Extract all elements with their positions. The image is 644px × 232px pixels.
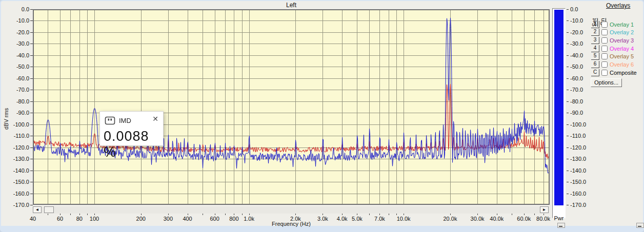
y-tick-mark <box>30 124 33 125</box>
overlay-row-2: 2Overlay 2 <box>591 29 634 36</box>
y-tick-mark <box>30 113 33 113</box>
overlay-on-checkbox-5[interactable] <box>601 53 608 59</box>
y-tick-label: -60.0 <box>4 75 29 81</box>
y-tick-mark <box>567 205 569 205</box>
y-tick-label: -170.0 <box>570 202 594 208</box>
y-tick-label: -100.0 <box>570 121 594 128</box>
y-tick-label: -120.0 <box>4 144 29 151</box>
overlay-set-button-2[interactable]: 2 <box>591 29 599 36</box>
y-tick-mark <box>30 44 33 44</box>
spectrum-canvas[interactable] <box>33 9 550 205</box>
power-meter-label: Pwr <box>552 215 566 221</box>
spectrum-panel: Left dBV rms 0.0-10.0-20.0-30.0-40.0-50.… <box>1 1 643 226</box>
y-tick-mark <box>567 113 569 113</box>
y-tick-mark <box>30 147 33 148</box>
y-tick-label: -90.0 <box>4 110 29 116</box>
y-axis-label: dBV rms <box>3 87 9 151</box>
overlay-row-6: 6Overlay 6 <box>591 61 634 69</box>
y-tick-mark <box>30 136 33 136</box>
y-tick-mark <box>30 171 33 171</box>
y-tick-mark <box>567 9 569 10</box>
y-tick-label: -150.0 <box>570 179 594 185</box>
y-tick-label: -20.0 <box>4 29 29 35</box>
overlay-on-checkbox-1[interactable] <box>601 22 608 28</box>
y-tick-label: -40.0 <box>570 52 594 58</box>
y-tick-label: -50.0 <box>570 64 594 70</box>
close-icon[interactable]: ✕ <box>152 115 158 122</box>
pin-icon[interactable] <box>105 116 115 125</box>
y-tick-mark <box>567 194 569 194</box>
y-tick-mark <box>30 9 33 10</box>
imd-popup-header: IMD <box>105 116 131 125</box>
y-tick-mark <box>567 124 569 125</box>
y-tick-label: -10.0 <box>570 17 594 24</box>
overlay-on-checkbox-4[interactable] <box>601 46 608 52</box>
plot-title: Left <box>33 2 550 9</box>
overlay-label-3: Overlay 3 <box>610 37 634 44</box>
y-tick-label: -120.0 <box>570 144 594 151</box>
y-tick-label: -30.0 <box>4 40 29 47</box>
overlay-row-4: 4Overlay 4 <box>591 45 634 52</box>
y-tick-label: -20.0 <box>570 29 594 35</box>
overlay-set-button-1[interactable]: 1 <box>591 21 599 28</box>
y-tick-label: -80.0 <box>570 98 594 104</box>
y-tick-label: -160.0 <box>570 191 594 197</box>
y-tick-mark <box>567 20 569 21</box>
overlay-on-checkbox-3[interactable] <box>601 37 608 44</box>
detach-handle-left[interactable] <box>557 223 565 228</box>
y-tick-label: -40.0 <box>4 52 29 58</box>
y-tick-mark <box>567 136 569 136</box>
y-tick-mark <box>567 159 569 159</box>
right-arrow-icon: ► <box>542 207 547 212</box>
overlay-set-button-4[interactable]: 4 <box>591 45 599 52</box>
y-tick-label: -50.0 <box>4 64 29 70</box>
overlay-set-button-5[interactable]: 5 <box>591 53 599 60</box>
scroll-right-button[interactable]: ► <box>540 206 549 213</box>
overlay-label-2: Overlay 2 <box>610 29 634 35</box>
y-tick-label: -150.0 <box>4 179 29 185</box>
y-tick-mark <box>567 182 569 182</box>
y-tick-label: -80.0 <box>4 98 29 104</box>
overlay-set-button-C[interactable]: C <box>591 69 599 76</box>
overlay-set-button-6[interactable]: 6 <box>591 61 599 68</box>
overlay-set-button-3[interactable]: 3 <box>591 37 599 44</box>
y-tick-label: 0.0 <box>4 6 29 12</box>
overlay-on-checkbox-C[interactable] <box>601 70 608 76</box>
y-tick-label: -110.0 <box>570 133 594 139</box>
detach-handle-right[interactable] <box>636 223 644 228</box>
y-tick-mark <box>30 205 33 205</box>
left-arrow-icon: ◄ <box>35 207 39 212</box>
analyzer-window: Left dBV rms 0.0-10.0-20.0-30.0-40.0-50.… <box>0 0 644 232</box>
overlay-label-C: Composite <box>610 70 637 76</box>
scroll-left-button[interactable]: ◄ <box>33 206 42 213</box>
y-tick-mark <box>30 32 33 33</box>
y-tick-mark <box>567 171 569 171</box>
y-tick-mark <box>567 44 569 44</box>
y-tick-mark <box>30 20 33 21</box>
y-tick-label: -110.0 <box>4 133 29 139</box>
y-tick-mark <box>30 159 33 159</box>
y-tick-label: -140.0 <box>570 167 594 174</box>
plot-area[interactable] <box>33 9 550 207</box>
scrollbar-thumb[interactable] <box>44 206 54 213</box>
y-tick-mark <box>30 67 33 67</box>
overlay-row-5: 5Overlay 5 <box>591 53 634 60</box>
imd-popup-title: IMD <box>119 117 131 124</box>
power-meter-bar <box>554 10 564 205</box>
overlay-label-1: Overlay 1 <box>610 22 634 28</box>
power-meter <box>552 8 566 218</box>
overlay-label-4: Overlay 4 <box>610 46 634 52</box>
overlay-row-C: CComposite <box>591 69 637 76</box>
options-button[interactable]: Options... <box>591 78 622 87</box>
y-tick-label: -130.0 <box>570 156 594 162</box>
overlay-on-checkbox-6[interactable] <box>601 61 608 68</box>
y-tick-mark <box>30 101 33 102</box>
y-tick-mark <box>567 101 569 102</box>
y-tick-label: -90.0 <box>570 110 594 116</box>
x-axis-label: Frequency (Hz) <box>33 221 550 227</box>
overlay-on-checkbox-2[interactable] <box>601 29 608 35</box>
horizontal-scrollbar[interactable]: ◄ ► <box>33 206 550 214</box>
overlay-row-3: 3Overlay 3 <box>591 36 634 44</box>
y-tick-label: -30.0 <box>570 40 594 47</box>
y-tick-label: -140.0 <box>4 167 29 174</box>
